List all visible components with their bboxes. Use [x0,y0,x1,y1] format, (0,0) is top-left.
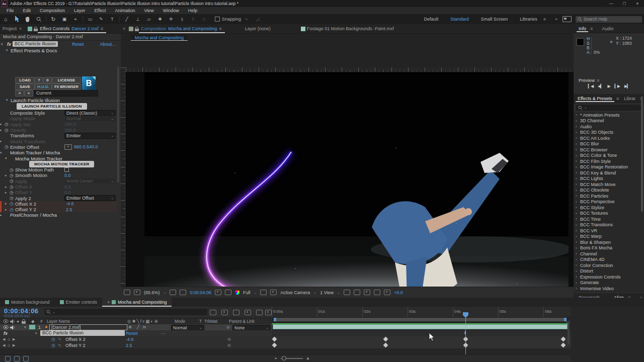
expand-layers-icon[interactable] [5,356,11,361]
stopwatch-icon[interactable] [10,201,15,206]
twirl-icon[interactable] [0,122,5,126]
twirl-icon[interactable]: › [576,240,580,244]
effects-category-row[interactable]: › BCC Key & Blend [574,170,644,176]
twirl-icon[interactable]: › [576,281,580,285]
twirl-icon[interactable]: ▾ [24,325,29,329]
view-layout-select[interactable]: 1 View [320,290,334,295]
add-keyframe-icon[interactable]: ◇ [8,343,10,347]
effects-category-row[interactable]: › Blur & Sharpen [574,239,644,245]
timeline-track-area[interactable]: 0:00s01s02s03s04s05s06s I ⛉ [272,307,571,354]
puppet-pin-tool-icon[interactable]: ✛ [166,17,177,22]
stopwatch-icon[interactable] [10,167,15,172]
hand-tool-icon[interactable] [22,16,33,22]
rotate-tool-icon[interactable]: ↻ [48,16,59,23]
keyframe-track-row[interactable] [272,342,571,349]
reset-link[interactable]: Reset [126,331,138,336]
twirl-icon[interactable]: › [576,205,580,210]
twirl-icon[interactable] [5,185,10,189]
twirl-icon[interactable]: › [576,257,580,262]
effects-category-row[interactable]: › BCC Blur [574,141,644,147]
twirl-icon[interactable]: › [576,211,580,216]
effects-category-row[interactable]: › * Animation Presets [574,112,644,118]
time-ruler[interactable]: 0:00s01s02s03s04s05s06s [272,307,571,318]
preset-up-button[interactable]: ˄ [15,90,24,97]
hud-button[interactable]: H.U.D. [35,83,52,90]
twirl-icon[interactable]: › [576,153,580,158]
twirl-icon[interactable]: › [576,182,580,187]
frame-blend-icon[interactable] [233,310,239,315]
trkmat-column[interactable]: TrkMat [204,319,217,324]
effects-category-row[interactable]: › BCC VR [574,228,644,234]
timeline-tab[interactable]: × Motion background [0,298,55,307]
scrollbar[interactable] [117,67,119,183]
preset-down-button[interactable]: ˅ [24,90,33,97]
twirl-icon[interactable]: › [576,246,580,250]
next-keyframe-icon[interactable]: ▶ [13,343,15,347]
brainstorm-icon[interactable] [256,310,263,315]
transport-button[interactable]: ▎▶ [615,84,620,88]
param-value[interactable]: 0.0 [64,173,71,178]
param-value[interactable]: 0.0 [64,190,71,195]
stopwatch-icon[interactable] [5,128,10,133]
clone-stamp-tool-icon[interactable]: ⊥ [132,17,143,22]
parent-link-column[interactable]: Parent & Link [229,319,255,324]
tab-layer[interactable]: Layer (none) [245,26,271,31]
workspace-switcher-icon[interactable] [562,16,572,22]
stopwatch-icon[interactable]: ◷ [51,337,55,342]
current-preset-field[interactable]: Current [34,90,98,97]
work-area-bar[interactable] [274,318,567,321]
effects-search-input[interactable]: ⌄ [576,105,642,111]
stopwatch-icon[interactable] [5,144,10,149]
mask-tool-icon[interactable]: ▭ [85,17,96,22]
effects-category-row[interactable]: › BCC Transitions [574,222,644,228]
tab-audio[interactable]: Audio [602,26,613,31]
twirl-icon[interactable]: › [576,251,580,256]
menu-item[interactable]: Composition [35,8,69,13]
twirl-icon[interactable] [0,213,5,217]
t-column[interactable]: T [199,319,202,324]
pick-whip-icon[interactable]: ◎ [227,343,231,347]
borisfx-logo[interactable]: B [82,76,96,90]
parent-link-toggle-icon[interactable] [23,356,29,361]
quality-switch-icon[interactable]: ╱ [137,325,139,329]
twirl-icon[interactable]: › [576,263,580,267]
selection-tool-icon[interactable] [11,15,22,23]
timeline-tab[interactable]: × Emitter controls [55,298,103,307]
reset-exposure-icon[interactable] [384,290,390,295]
next-keyframe-icon[interactable]: ▶ [13,337,15,341]
speaker-icon[interactable] [10,325,15,330]
menu-item[interactable]: Animation [110,8,139,13]
stopwatch-icon[interactable] [10,173,15,178]
graph-icon[interactable]: ∿ [58,343,61,347]
fast-previews-icon[interactable] [354,290,360,295]
twirl-icon[interactable]: › [576,136,580,140]
transport-button[interactable]: ▶▎ [624,84,629,88]
twirl-icon[interactable]: › [576,194,580,198]
param-value[interactable]: 100.0 [64,122,76,127]
roto-brush-tool-icon[interactable]: ❖ [154,17,166,22]
effects-category-row[interactable]: › 3D Channel [574,118,644,124]
layer-name[interactable]: [Dancer 2.mxf] [49,324,127,330]
zoom-level[interactable]: (65.6%) [144,290,160,295]
panel-menu-icon[interactable]: ≡ [616,96,619,101]
workspace-overflow-icon[interactable]: » [555,17,557,22]
composition-flowchart-icon[interactable] [210,310,216,315]
effects-category-row[interactable]: › BCC Match Move [574,182,644,188]
twirl-icon[interactable]: › [576,223,580,227]
stopwatch-icon[interactable] [10,190,15,195]
twirl-icon[interactable]: › [576,170,580,175]
workspace-item[interactable]: Standard [444,17,475,22]
twirl-icon[interactable]: › [576,234,580,239]
collapse-switch-icon[interactable]: ⊕ [128,325,132,329]
menu-item[interactable]: File [2,8,19,13]
twirl-icon[interactable] [5,156,10,160]
magnification-icon[interactable] [134,290,140,295]
minimize-button[interactable]: — [605,1,618,6]
settings-gear-button[interactable]: ⚙ [43,77,52,83]
effects-category-row[interactable]: › BCC 3D Objects [574,130,644,136]
menu-item[interactable]: Layer [69,8,90,13]
workspace-item[interactable]: Small Screen [475,17,514,22]
twirl-icon[interactable]: › [576,119,580,123]
param-dropdown[interactable]: Direct (Classic)⌄ [64,110,116,116]
effects-category-row[interactable]: › CINEMA 4D [574,257,644,263]
